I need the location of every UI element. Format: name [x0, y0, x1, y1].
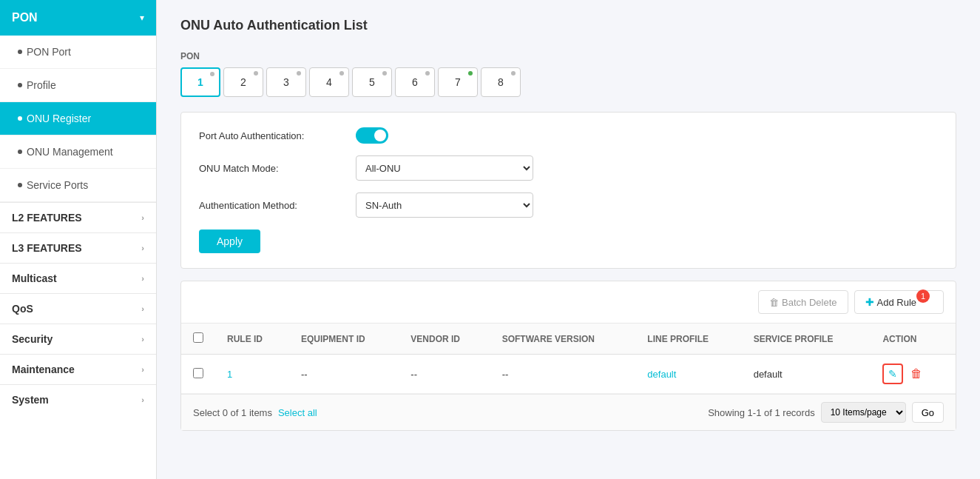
dot-status-icon: [339, 71, 344, 76]
sidebar-item-label: Service Ports: [27, 179, 88, 191]
rule-id-link[interactable]: 1: [227, 369, 232, 380]
action-cell: ✎ 🗑: [871, 355, 956, 394]
sidebar-section-qos[interactable]: QoS ›: [0, 293, 156, 324]
sidebar: PON ▾ PON Port Profile ONU Register ONU …: [0, 0, 157, 479]
batch-delete-button[interactable]: 🗑 Batch Delete: [758, 290, 848, 314]
pon-tab-1[interactable]: 1: [180, 67, 220, 97]
col-software-version: SOFTWARE VERSION: [490, 324, 636, 355]
vendor-id-cell: --: [399, 355, 490, 394]
table-row: 1 -- -- -- default default ✎ 🗑: [181, 355, 956, 394]
auth-method-select[interactable]: SN-Auth Password-Auth SN+Password: [356, 192, 533, 218]
row-checkbox[interactable]: [193, 368, 203, 378]
chevron-right-icon: ›: [141, 365, 144, 374]
col-equipment-id: EQUIPMENT ID: [289, 324, 399, 355]
sidebar-item-service-ports[interactable]: Service Ports: [0, 169, 156, 202]
auth-method-row: Authentication Method: SN-Auth Password-…: [199, 192, 938, 218]
delete-button[interactable]: 🗑: [906, 364, 927, 384]
select-all-checkbox[interactable]: [193, 332, 203, 343]
port-auth-toggle[interactable]: [356, 127, 388, 144]
match-mode-row: ONU Match Mode: All-ONU Specific ONU: [199, 155, 938, 181]
sidebar-item-label: PON Port: [27, 46, 71, 58]
pon-tab-8[interactable]: 8: [481, 67, 521, 97]
table-body: 1 -- -- -- default default ✎ 🗑: [181, 355, 956, 394]
trash-icon: 🗑: [769, 297, 779, 308]
dot-icon: [18, 50, 22, 54]
chevron-down-icon: ▾: [140, 13, 144, 23]
sidebar-section-security[interactable]: Security ›: [0, 324, 156, 354]
apply-button[interactable]: Apply: [199, 230, 260, 253]
main-content: ONU Auto Authentication List PON 1 2 3 4: [157, 0, 980, 479]
section-label: L2 FEATURES: [12, 212, 82, 224]
table-toolbar: 🗑 Batch Delete ✚ Add Rule 1: [181, 281, 956, 324]
sidebar-item-label: ONU Register: [27, 113, 91, 124]
pon-tab-3[interactable]: 3: [266, 67, 306, 97]
plus-icon: ✚: [865, 296, 874, 308]
add-rule-badge: 1: [916, 289, 930, 303]
sidebar-section-multicast[interactable]: Multicast ›: [0, 263, 156, 293]
table-section: 🗑 Batch Delete ✚ Add Rule 1 RULE ID EQUI…: [180, 281, 956, 431]
col-service-profile: SERVICE PROFILE: [742, 324, 871, 355]
chevron-right-icon: ›: [141, 304, 144, 313]
footer-right: Showing 1-1 of 1 records 10 Items/page 2…: [708, 402, 944, 423]
port-auth-row: Port Auto Authentication:: [199, 127, 938, 144]
col-line-profile: LINE PROFILE: [635, 324, 741, 355]
pon-tab-2[interactable]: 2: [223, 67, 263, 97]
sidebar-section-l3[interactable]: L3 FEATURES ›: [0, 232, 156, 263]
col-vendor-id: VENDOR ID: [399, 324, 490, 355]
page-title: ONU Auto Authentication List: [180, 18, 956, 33]
toggle-slider: [356, 127, 388, 144]
col-action: ACTION: [871, 324, 956, 355]
sidebar-item-onu-management[interactable]: ONU Management: [0, 135, 156, 169]
section-label: L3 FEATURES: [12, 242, 82, 254]
port-auth-toggle-wrap: [356, 127, 388, 144]
service-profile-cell: default: [742, 355, 871, 394]
table-header: RULE ID EQUIPMENT ID VENDOR ID SOFTWARE …: [181, 324, 956, 355]
dot-status-icon: [210, 72, 214, 76]
table-footer: Select 0 of 1 items Select all Showing 1…: [181, 394, 956, 430]
col-rule-id: RULE ID: [215, 324, 289, 355]
section-label: System: [12, 394, 49, 406]
chevron-right-icon: ›: [141, 244, 144, 252]
sidebar-item-profile[interactable]: Profile: [0, 69, 156, 102]
sidebar-section-maintenance[interactable]: Maintenance ›: [0, 354, 156, 384]
pon-tab-5[interactable]: 5: [352, 67, 392, 97]
pon-tabs: 1 2 3 4 5 6 7: [180, 67, 956, 97]
section-label: QoS: [12, 303, 33, 315]
dot-status-icon: [254, 71, 258, 76]
sidebar-item-label: ONU Management: [27, 146, 113, 158]
match-mode-label: ONU Match Mode:: [199, 163, 347, 174]
pon-tab-7[interactable]: 7: [438, 67, 478, 97]
sidebar-header-title: PON: [12, 11, 38, 24]
sidebar-item-label: Profile: [27, 79, 56, 91]
dot-icon: [18, 83, 22, 87]
showing-text: Showing 1-1 of 1 records: [708, 407, 815, 418]
select-count-text: Select 0 of 1 items: [193, 407, 272, 418]
pon-tab-6[interactable]: 6: [395, 67, 435, 97]
pon-tab-4[interactable]: 4: [309, 67, 349, 97]
sidebar-item-onu-register[interactable]: ONU Register: [0, 102, 156, 135]
go-button[interactable]: Go: [912, 402, 944, 423]
data-table: RULE ID EQUIPMENT ID VENDOR ID SOFTWARE …: [181, 324, 956, 394]
line-profile-cell: default: [635, 355, 741, 394]
dot-status-icon: [382, 71, 387, 76]
dot-status-icon: [297, 71, 301, 76]
pon-section: PON 1 2 3 4 5 6: [180, 51, 956, 97]
dot-icon: [18, 116, 22, 121]
edit-button[interactable]: ✎: [882, 364, 903, 384]
sidebar-section-l2[interactable]: L2 FEATURES ›: [0, 202, 156, 232]
form-section: Port Auto Authentication: ONU Match Mode…: [180, 112, 956, 269]
match-mode-select[interactable]: All-ONU Specific ONU: [356, 155, 533, 181]
select-all-link[interactable]: Select all: [278, 407, 317, 418]
add-rule-button[interactable]: ✚ Add Rule 1: [854, 290, 944, 314]
dot-icon: [18, 183, 22, 187]
section-label: Multicast: [12, 272, 57, 284]
sidebar-header[interactable]: PON ▾: [0, 0, 156, 36]
dot-status-icon: [511, 71, 516, 76]
items-per-page-select[interactable]: 10 Items/page 20 Items/page 50 Items/pag…: [821, 402, 906, 423]
sidebar-item-pon-port[interactable]: PON Port: [0, 36, 156, 69]
section-label: Security: [12, 333, 53, 345]
chevron-right-icon: ›: [141, 213, 144, 222]
software-version-cell: --: [490, 355, 636, 394]
sidebar-section-system[interactable]: System ›: [0, 384, 156, 415]
chevron-right-icon: ›: [141, 274, 144, 283]
